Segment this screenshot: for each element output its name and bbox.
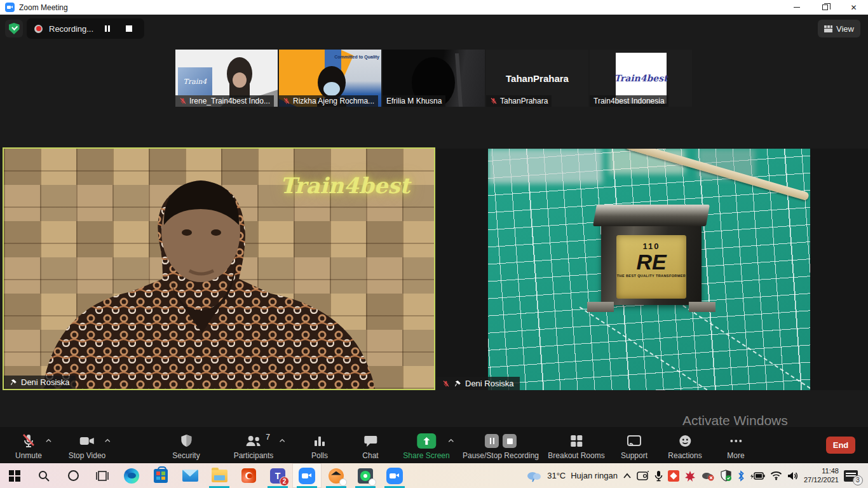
pause-stop-recording-button[interactable]: Pause/Stop Recording bbox=[463, 433, 539, 460]
security-button[interactable]: Security bbox=[172, 433, 200, 460]
store-icon bbox=[154, 469, 168, 483]
chat-button[interactable]: Chat bbox=[362, 433, 378, 460]
participant-thumbnail-strip: Train4 Irene_Train4best Indo... C bbox=[175, 50, 692, 107]
taskbar-clock[interactable]: 11:48 27/12/2021 bbox=[804, 467, 839, 485]
end-meeting-button[interactable]: End bbox=[826, 437, 855, 454]
whatsapp-button[interactable] bbox=[351, 463, 380, 488]
education-app-icon bbox=[329, 468, 344, 484]
stop-recording-button[interactable] bbox=[121, 22, 137, 36]
battery-charging-icon[interactable] bbox=[750, 471, 765, 480]
task-view-button[interactable] bbox=[88, 463, 117, 488]
speaker-icon[interactable] bbox=[787, 471, 799, 481]
thumbnail-train4best[interactable]: Train4best Train4best Indonesia bbox=[590, 50, 692, 107]
screen-cast-icon[interactable] bbox=[637, 471, 649, 481]
zoom-app-icon bbox=[5, 3, 15, 12]
pin-icon bbox=[454, 379, 461, 388]
participants-button[interactable]: 7 Participants bbox=[234, 433, 274, 460]
pin-icon bbox=[10, 378, 17, 387]
train4best-logo-text: Train4 bbox=[184, 78, 207, 86]
participant-display-name: TahanPrahara bbox=[506, 73, 569, 84]
zoom-taskbar-button-active[interactable] bbox=[292, 463, 322, 488]
participants-icon bbox=[245, 433, 262, 449]
pause-recording-icon[interactable] bbox=[485, 434, 499, 448]
start-button[interactable] bbox=[0, 463, 29, 488]
unmute-button[interactable]: Unmute bbox=[15, 433, 42, 460]
stop-video-button[interactable]: Stop Video bbox=[69, 433, 106, 460]
more-dots-icon bbox=[728, 433, 743, 449]
view-button[interactable]: View bbox=[818, 20, 860, 37]
bluetooth-icon[interactable] bbox=[737, 470, 745, 482]
weather-temperature[interactable]: 31°C bbox=[547, 471, 566, 480]
shield-icon bbox=[179, 433, 194, 449]
main-video-deni-left[interactable]: Train4best Deni Rosiska bbox=[3, 147, 435, 390]
mail-icon bbox=[182, 470, 198, 482]
office-button[interactable] bbox=[234, 463, 263, 488]
chevron-up-icon[interactable] bbox=[280, 438, 285, 444]
wifi-icon[interactable] bbox=[770, 471, 782, 480]
tray-expand-chevron-icon[interactable] bbox=[623, 473, 632, 479]
windows-security-icon[interactable] bbox=[720, 470, 732, 482]
thumbnail-efrilia[interactable]: Efrilia M Khusna bbox=[383, 50, 485, 107]
polls-button[interactable]: Polls bbox=[311, 433, 328, 460]
office-icon bbox=[241, 468, 256, 483]
more-button[interactable]: More bbox=[727, 433, 744, 460]
red-app-tray-icon[interactable] bbox=[668, 470, 679, 482]
chevron-up-icon[interactable] bbox=[46, 438, 51, 444]
thumbnail-rizkha[interactable]: Committed to Quality Rizkha Ajeng Roc bbox=[279, 50, 381, 107]
smiley-reactions-icon bbox=[677, 433, 693, 449]
zoom-taskbar-button-2[interactable] bbox=[380, 463, 409, 488]
encryption-shield-icon bbox=[9, 23, 20, 34]
tray-microphone-icon[interactable] bbox=[654, 470, 663, 482]
cloud-sync-error-icon[interactable] bbox=[701, 471, 715, 481]
red-star-tray-icon[interactable] bbox=[684, 470, 696, 482]
muted-mic-icon bbox=[179, 97, 187, 105]
main-video-deni-right[interactable]: 110 RE THE BEST QUALITY TRANSFORMER bbox=[437, 149, 868, 390]
chevron-up-icon[interactable] bbox=[105, 438, 111, 444]
reactions-button[interactable]: Reactions bbox=[668, 433, 702, 460]
meeting-info-button[interactable] bbox=[5, 20, 23, 37]
window-titlebar: Zoom Meeting ✕ bbox=[0, 0, 868, 15]
thumbnail-irene[interactable]: Train4 Irene_Train4best Indo... bbox=[175, 50, 278, 107]
transformer-label: 110 RE THE BEST QUALITY TRANSFORMER bbox=[616, 235, 686, 299]
weather-description[interactable]: Hujan ringan bbox=[571, 471, 618, 480]
recording-label: Recording... bbox=[49, 24, 93, 34]
chevron-up-icon[interactable] bbox=[448, 438, 454, 444]
window-title: Zoom Meeting bbox=[19, 3, 68, 12]
muted-mic-icon bbox=[490, 97, 498, 105]
camera-view: 110 RE THE BEST QUALITY TRANSFORMER bbox=[488, 149, 810, 390]
zoom-icon bbox=[386, 468, 403, 484]
cortana-button[interactable] bbox=[58, 463, 88, 488]
close-icon: ✕ bbox=[850, 3, 857, 12]
meeting-toolbar: Unmute Stop Video bbox=[0, 427, 868, 463]
video-camera-icon bbox=[79, 433, 95, 449]
recording-dot-icon bbox=[34, 25, 43, 33]
stop-icon bbox=[126, 25, 132, 32]
clock-date: 27/12/2021 bbox=[804, 476, 839, 485]
education-app-button[interactable] bbox=[322, 463, 351, 488]
task-view-icon bbox=[96, 470, 109, 482]
microsoft-store-button[interactable] bbox=[146, 463, 175, 488]
file-explorer-button[interactable] bbox=[205, 463, 234, 488]
search-icon bbox=[37, 470, 50, 482]
stop-recording-icon[interactable] bbox=[503, 434, 517, 448]
close-button[interactable]: ✕ bbox=[839, 0, 868, 15]
teams-button[interactable]: T 2 bbox=[263, 463, 292, 488]
share-screen-button[interactable]: Share Screen bbox=[403, 433, 449, 460]
pause-recording-button[interactable] bbox=[100, 22, 115, 36]
breakout-rooms-button[interactable]: Breakout Rooms bbox=[548, 433, 604, 460]
speaker-name-label: Deni Rosiska bbox=[4, 376, 76, 389]
mail-button[interactable] bbox=[175, 463, 205, 488]
minimize-button[interactable] bbox=[782, 0, 811, 15]
windows-taskbar: T 2 31°C Hujan ringan bbox=[0, 463, 868, 488]
edge-button[interactable] bbox=[117, 463, 146, 488]
support-button[interactable]: Support bbox=[621, 433, 648, 460]
action-center-button[interactable]: 3 bbox=[844, 470, 858, 482]
search-button[interactable] bbox=[29, 463, 58, 488]
pause-icon bbox=[105, 25, 110, 32]
banner-text: Committed to Quality bbox=[334, 55, 379, 59]
system-tray: 31°C Hujan ringan bbox=[526, 463, 868, 488]
restore-button[interactable] bbox=[811, 0, 839, 15]
thumbnail-tahanprahara[interactable]: TahanPrahara TahanPrahara bbox=[486, 50, 588, 107]
support-screen-icon bbox=[626, 433, 642, 449]
weather-icon[interactable] bbox=[526, 470, 542, 482]
